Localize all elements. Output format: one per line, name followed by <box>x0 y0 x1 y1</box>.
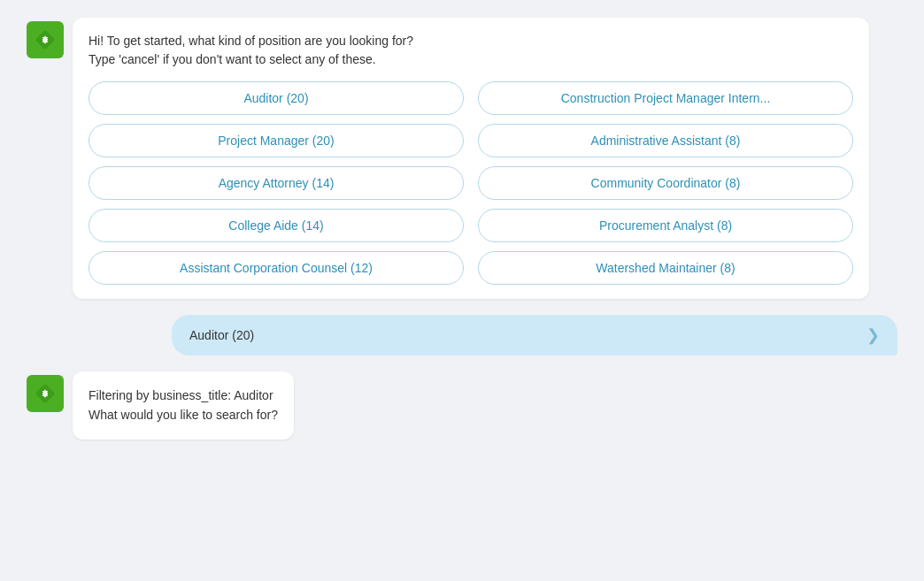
svg-point-3 <box>43 392 48 396</box>
bot-search-prompt: What would you like to search for? <box>89 405 278 424</box>
send-arrow-icon: ❯ <box>866 325 880 345</box>
option-btn-watershed-maintainer[interactable]: Watershed Maintainer (8) <box>478 251 853 285</box>
bot-followup-bubble: Filtering by business_title: Auditor Wha… <box>73 371 294 440</box>
svg-point-1 <box>43 38 48 42</box>
option-btn-community-coordinator[interactable]: Community Coordinator (8) <box>478 166 853 200</box>
option-btn-college-aide[interactable]: College Aide (14) <box>89 209 464 242</box>
option-btn-procurement-analyst[interactable]: Procurement Analyst (8) <box>478 209 853 242</box>
bot-icon-2 <box>34 382 57 405</box>
option-btn-construction[interactable]: Construction Project Manager Intern... <box>478 81 853 115</box>
bot-filter-line: Filtering by business_title: Auditor <box>89 386 278 405</box>
user-message-row: Auditor (20) ❯ <box>27 315 897 355</box>
option-btn-project-manager[interactable]: Project Manager (20) <box>89 124 464 157</box>
option-btn-auditor[interactable]: Auditor (20) <box>89 81 464 115</box>
options-grid: Auditor (20) Construction Project Manage… <box>89 81 853 285</box>
chat-container: Hi! To get started, what kind of positio… <box>27 18 897 440</box>
bot-options-bubble: Hi! To get started, what kind of positio… <box>73 18 869 299</box>
user-selection-text: Auditor (20) <box>189 328 858 342</box>
bot-intro-text: Hi! To get started, what kind of positio… <box>89 32 853 69</box>
bot-avatar-2 <box>27 375 64 412</box>
bot-icon <box>34 28 57 51</box>
user-bubble: Auditor (20) ❯ <box>172 315 897 355</box>
bot-message-row: Hi! To get started, what kind of positio… <box>27 18 897 299</box>
bot-followup-row: Filtering by business_title: Auditor Wha… <box>27 371 897 440</box>
option-btn-asst-corp-counsel[interactable]: Assistant Corporation Counsel (12) <box>89 251 464 285</box>
option-btn-agency-attorney[interactable]: Agency Attorney (14) <box>89 166 464 200</box>
option-btn-admin-assistant[interactable]: Administrative Assistant (8) <box>478 124 853 157</box>
bot-avatar <box>27 21 64 58</box>
